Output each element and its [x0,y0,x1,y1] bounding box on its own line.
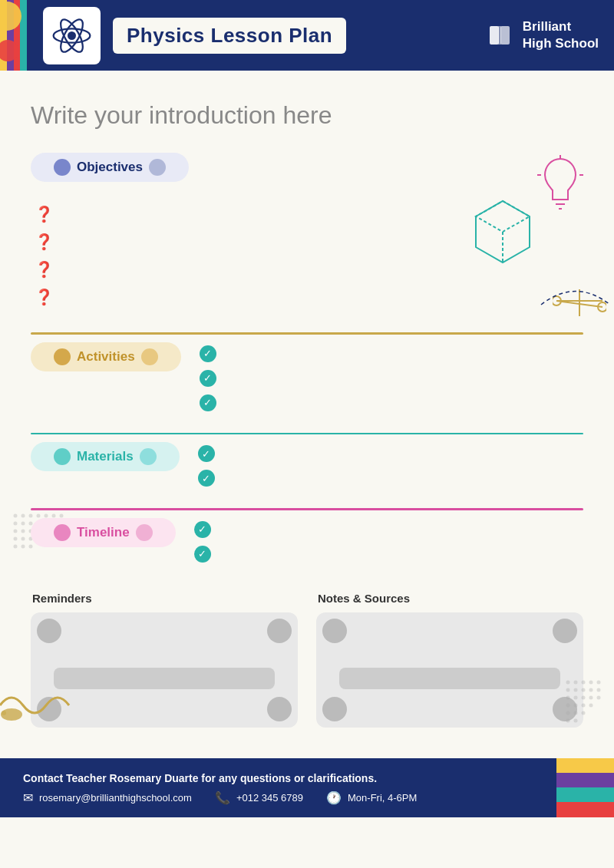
card-corner-tr [267,619,292,643]
svg-point-57 [582,688,586,691]
material-item-2: ✓ [198,470,583,487]
svg-point-56 [574,688,578,691]
intro-text: Write your introduction here [31,101,583,130]
svg-point-27 [60,514,64,518]
objectives-dot-left [54,159,71,176]
materials-dot-right [140,448,157,465]
svg-point-24 [37,514,41,518]
clock-icon: 🕐 [326,790,342,805]
timeline-item-1: ✓ [194,521,583,538]
objective-item-4: ❓ [35,285,583,309]
objective-item-1: ❓ [35,202,583,226]
svg-point-75 [2,711,6,715]
footer-contacts: ✉ rosemary@brillianthighschool.com 📞 +01… [23,790,591,805]
materials-dot-left [54,448,71,465]
logo-background [43,7,101,64]
activities-label-wrap: Activities [31,342,181,385]
svg-point-72 [566,718,570,722]
footer-phone: +012 345 6789 [236,792,303,804]
svg-point-28 [14,522,18,526]
svg-point-53 [589,680,593,684]
activity-item-1: ✓ [200,345,583,362]
activities-title: Activities [77,349,135,365]
header-left: Physics Lesson Plan [15,7,346,64]
strip-purple [7,0,14,71]
activities-dot-right [141,348,158,365]
svg-point-23 [29,514,33,518]
check-icon-1: ✓ [200,345,216,362]
objectives-title: Objectives [77,160,143,175]
svg-point-35 [14,530,18,533]
card-corner-tl [37,619,61,643]
objectives-dot-right [149,159,166,176]
materials-content: ✓ ✓ [198,442,583,494]
timeline-divider [31,508,583,510]
materials-row: Materials ✓ ✓ [31,442,583,494]
materials-label-wrap: Materials [31,442,180,485]
footer-hours: Mon-Fri, 4-6PM [348,792,417,804]
dot-grid-right-svg [564,678,606,724]
activity-item-2: ✓ [200,370,583,387]
school-name: Brilliant High School [523,18,599,52]
materials-divider [31,433,583,435]
objectives-items: ❓ ❓ ❓ ❓ [35,202,583,309]
header-title-wrap: Physics Lesson Plan [113,18,346,54]
svg-point-55 [566,688,570,691]
objectives-label: Objectives [31,153,189,182]
footer-hours-item: 🕐 Mon-Fri, 4-6PM [326,790,417,805]
main-content: Write your introduction here Objectives … [0,71,614,570]
school-name-line2: High School [523,35,599,52]
svg-rect-4 [490,26,499,45]
check-icon-2: ✓ [200,370,216,387]
timeline-dot-right [136,524,153,541]
svg-point-68 [589,703,593,707]
activities-row: Activities ✓ ✓ ✓ [31,342,583,419]
timeline-label: Timeline [31,518,176,547]
material-item-1: ✓ [198,445,583,462]
check-icon-3: ✓ [200,394,216,411]
svg-point-73 [574,718,578,722]
card-center-bar-2 [339,668,560,689]
timeline-title: Timeline [77,525,130,540]
notes-corner-bl [322,697,347,721]
card-center-bar-1 [54,668,275,689]
activities-section: Activities ✓ ✓ ✓ [31,332,583,419]
check-tl-icon-1: ✓ [194,521,211,538]
page-title: Physics Lesson Plan [127,24,332,47]
notes-card [316,612,583,728]
svg-point-42 [14,537,18,541]
svg-point-36 [21,530,25,533]
materials-title: Materials [77,449,134,464]
activities-content: ✓ ✓ ✓ [200,342,583,419]
svg-point-49 [29,545,33,549]
side-strips [0,0,27,71]
strip-yellow [0,0,7,71]
notes-title: Notes & Sources [316,592,583,605]
check-mat-icon-2: ✓ [198,470,215,487]
timeline-dot-left [54,524,71,541]
footer-deco-strips [556,758,614,817]
objective-item-2: ❓ [35,229,583,254]
dot-grid-right [564,678,606,728]
objective-item-3: ❓ [35,257,583,282]
card-corner-br [267,697,292,721]
materials-section: Materials ✓ ✓ [31,433,583,495]
atom-icon [51,15,93,57]
svg-point-21 [14,514,18,518]
svg-point-66 [574,703,578,707]
svg-point-59 [597,688,601,691]
footer-email: rosemary@brillianthighschool.com [39,792,192,804]
bottom-area: Reminders Notes & Sources [0,592,614,728]
svg-point-63 [589,695,593,699]
wave-deco [0,682,84,728]
svg-point-58 [589,688,593,691]
svg-point-22 [21,514,25,518]
strip-red [14,0,21,71]
email-icon: ✉ [23,790,33,805]
svg-point-47 [14,545,18,549]
svg-point-62 [582,695,586,699]
objectives-section: Objectives ❓ ❓ ❓ ❓ [31,153,583,309]
svg-point-25 [45,514,48,518]
svg-point-64 [597,695,601,699]
timeline-item-2: ✓ [194,546,583,563]
